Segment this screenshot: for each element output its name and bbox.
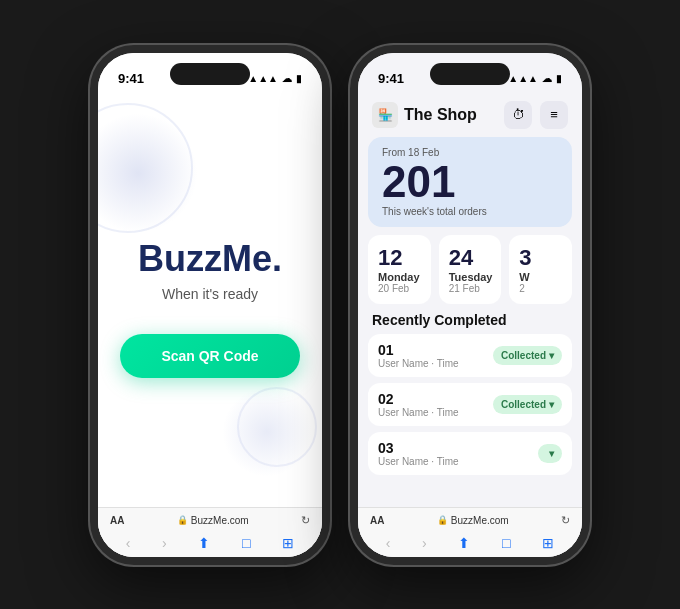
order-item-3: 03 User Name · Time ▾ <box>368 432 572 475</box>
browser-bar-right: AA 🔒 BuzzMe.com ↻ ‹ › ⬆ □ ⊞ <box>358 507 582 557</box>
order-item-1: 01 User Name · Time Collected ▾ <box>368 334 572 377</box>
stats-description: This week's total orders <box>382 206 558 217</box>
day-cards-row: 12 Monday 20 Feb 24 Tuesday 21 Feb 3 W 2 <box>368 235 572 304</box>
shop-header-right: ⏱ ≡ <box>504 101 568 129</box>
buzzme-title: BuzzMe. <box>138 239 282 279</box>
order-list: 01 User Name · Time Collected ▾ 02 User … <box>358 334 582 475</box>
stats-card: From 18 Feb 201 This week's total orders <box>368 137 572 227</box>
clock-icon: ⏱ <box>512 107 525 122</box>
collected-badge-3[interactable]: ▾ <box>538 444 562 463</box>
browser-url-text-right: BuzzMe.com <box>451 515 509 526</box>
dynamic-island-right <box>430 63 510 85</box>
order-number-1: 01 <box>378 342 459 358</box>
right-phone: 9:41 ▲▲▲ ☁ ▮ 🏪 The Shop ⏱ ≡ <box>350 45 590 565</box>
battery-icon-right: ▮ <box>556 73 562 84</box>
browser-aa-right: AA <box>370 515 384 526</box>
back-button-right[interactable]: ‹ <box>386 535 391 551</box>
battery-icon-left: ▮ <box>296 73 302 84</box>
clock-button[interactable]: ⏱ <box>504 101 532 129</box>
order-item-2: 02 User Name · Time Collected ▾ <box>368 383 572 426</box>
reload-icon-right[interactable]: ↻ <box>561 514 570 527</box>
order-meta-2: User Name · Time <box>378 407 459 418</box>
bookmarks-button-left[interactable]: □ <box>242 535 250 551</box>
tuesday-day: Tuesday <box>449 271 492 283</box>
share-button-right[interactable]: ⬆ <box>458 535 470 551</box>
order-info-1: 01 User Name · Time <box>378 342 459 369</box>
stats-from-label: From 18 Feb <box>382 147 558 158</box>
share-button-left[interactable]: ⬆ <box>198 535 210 551</box>
status-time-left: 9:41 <box>118 71 144 86</box>
tuesday-date: 21 Feb <box>449 283 492 294</box>
status-time-right: 9:41 <box>378 71 404 86</box>
browser-url-row-right: AA 🔒 BuzzMe.com ↻ <box>370 514 570 527</box>
right-phone-screen: 9:41 ▲▲▲ ☁ ▮ 🏪 The Shop ⏱ ≡ <box>358 53 582 557</box>
buzzme-subtitle: When it's ready <box>162 286 258 302</box>
shop-header-left: 🏪 The Shop <box>372 102 477 128</box>
tuesday-number: 24 <box>449 245 492 271</box>
left-phone: 9:41 ▲▲▲ ☁ ▮ BuzzMe. When it's ready Sca… <box>90 45 330 565</box>
day-card-tuesday: 24 Tuesday 21 Feb <box>439 235 502 304</box>
shop-header: 🏪 The Shop ⏱ ≡ <box>358 97 582 137</box>
chevron-down-icon-1: ▾ <box>549 350 554 361</box>
order-number-3: 03 <box>378 440 459 456</box>
collected-badge-2[interactable]: Collected ▾ <box>493 395 562 414</box>
wednesday-date: 2 <box>519 283 562 294</box>
buzzme-content: BuzzMe. When it's ready Scan QR Code <box>98 97 322 521</box>
collected-label-1: Collected <box>501 350 546 361</box>
back-button-left[interactable]: ‹ <box>126 535 131 551</box>
section-title: Recently Completed <box>358 312 582 334</box>
left-phone-screen: 9:41 ▲▲▲ ☁ ▮ BuzzMe. When it's ready Sca… <box>98 53 322 557</box>
bookmarks-button-right[interactable]: □ <box>502 535 510 551</box>
shop-logo: 🏪 <box>372 102 398 128</box>
collected-badge-1[interactable]: Collected ▾ <box>493 346 562 365</box>
status-icons-right: ▲▲▲ ☁ ▮ <box>508 73 562 84</box>
order-info-2: 02 User Name · Time <box>378 391 459 418</box>
order-meta-3: User Name · Time <box>378 456 459 467</box>
order-meta-1: User Name · Time <box>378 358 459 369</box>
browser-url-center-right: 🔒 BuzzMe.com <box>437 515 509 526</box>
monday-date: 20 Feb <box>378 283 421 294</box>
tabs-button-right[interactable]: ⊞ <box>542 535 554 551</box>
lock-icon-right: 🔒 <box>437 515 448 525</box>
signal-icon-left: ▲▲▲ <box>248 73 278 84</box>
tabs-button-left[interactable]: ⊞ <box>282 535 294 551</box>
chevron-down-icon-3: ▾ <box>549 448 554 459</box>
collected-label-2: Collected <box>501 399 546 410</box>
browser-nav-right: ‹ › ⬆ □ ⊞ <box>370 533 570 551</box>
order-number-2: 02 <box>378 391 459 407</box>
scan-qr-button[interactable]: Scan QR Code <box>120 334 300 378</box>
order-info-3: 03 User Name · Time <box>378 440 459 467</box>
monday-day: Monday <box>378 271 421 283</box>
wednesday-number: 3 <box>519 245 562 271</box>
dynamic-island-left <box>170 63 250 85</box>
chevron-down-icon-2: ▾ <box>549 399 554 410</box>
forward-button-left[interactable]: › <box>162 535 167 551</box>
status-icons-left: ▲▲▲ ☁ ▮ <box>248 73 302 84</box>
forward-button-right[interactable]: › <box>422 535 427 551</box>
stats-number: 201 <box>382 160 558 204</box>
wifi-icon-left: ☁ <box>282 73 292 84</box>
wednesday-day: W <box>519 271 562 283</box>
browser-nav-left: ‹ › ⬆ □ ⊞ <box>110 533 310 551</box>
monday-number: 12 <box>378 245 421 271</box>
menu-icon: ≡ <box>550 107 558 122</box>
signal-icon-right: ▲▲▲ <box>508 73 538 84</box>
wifi-icon-right: ☁ <box>542 73 552 84</box>
shop-title: The Shop <box>404 106 477 124</box>
day-card-monday: 12 Monday 20 Feb <box>368 235 431 304</box>
day-card-wednesday: 3 W 2 <box>509 235 572 304</box>
menu-button[interactable]: ≡ <box>540 101 568 129</box>
